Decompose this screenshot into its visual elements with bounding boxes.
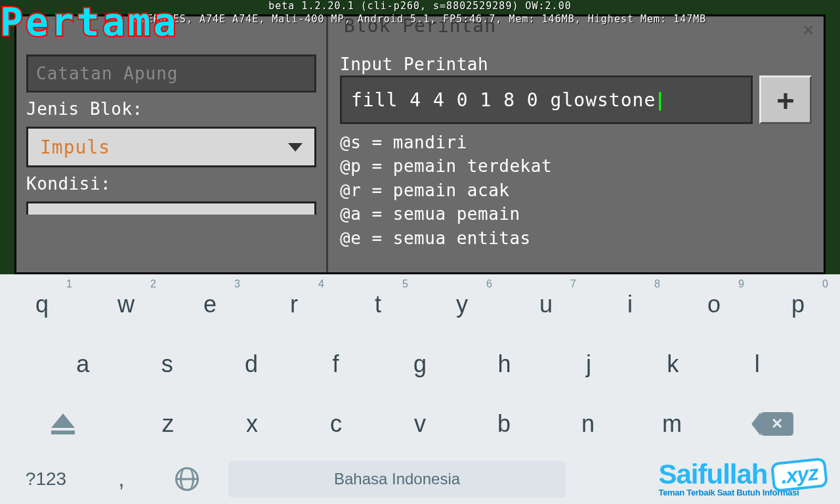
text-cursor: | xyxy=(654,89,666,111)
watermark: Saifullah .xyz Teman Terbaik Saat Butuh … xyxy=(658,459,827,497)
overlay-label: Pertama xyxy=(0,0,178,45)
block-type-value: Impuls xyxy=(40,136,110,158)
key-f[interactable]: f xyxy=(293,334,377,394)
globe-icon xyxy=(175,467,199,491)
block-type-label: Jenis Blok: xyxy=(26,99,316,119)
block-type-dropdown[interactable]: Impuls xyxy=(26,127,316,167)
key-n[interactable]: n xyxy=(546,394,630,454)
right-column: Input Perintah fill 4 4 0 1 8 0 glowston… xyxy=(328,16,824,272)
key-y[interactable]: 6y xyxy=(420,274,504,334)
backspace-key[interactable]: ✕ xyxy=(714,394,840,454)
add-button[interactable]: + xyxy=(759,75,812,124)
key-q[interactable]: 1q xyxy=(0,274,84,334)
left-column: Catatan Apung Jenis Blok: Impuls Kondisi… xyxy=(16,16,328,272)
key-i[interactable]: 8i xyxy=(588,274,672,334)
key-z[interactable]: z xyxy=(126,394,210,454)
shift-icon xyxy=(51,413,75,434)
selector-hints: @s = mandiri @p = pemain terdekat @r = p… xyxy=(340,131,812,250)
key-u[interactable]: 7u xyxy=(504,274,588,334)
chevron-down-icon xyxy=(288,143,303,152)
shift-key[interactable] xyxy=(0,394,126,454)
key-g[interactable]: g xyxy=(378,334,462,394)
command-input-label: Input Perintah xyxy=(340,54,812,74)
key-d[interactable]: d xyxy=(209,334,293,394)
kb-row-1: 1q2w3e4r5t6y7u8i9o0p xyxy=(0,274,840,334)
key-r[interactable]: 4r xyxy=(252,274,336,334)
key-k[interactable]: k xyxy=(631,334,715,394)
hover-note-input[interactable]: Catatan Apung xyxy=(26,54,316,93)
key-v[interactable]: v xyxy=(378,394,462,454)
key-p[interactable]: 0p xyxy=(756,274,840,334)
command-block-panel: Blok Perintah × Catatan Apung Jenis Blok… xyxy=(14,14,826,274)
backspace-icon: ✕ xyxy=(761,412,793,436)
key-s[interactable]: s xyxy=(125,334,209,394)
symbols-key[interactable]: ?123 xyxy=(0,454,92,504)
key-e[interactable]: 3e xyxy=(168,274,252,334)
condition-dropdown[interactable] xyxy=(26,201,316,215)
key-h[interactable]: h xyxy=(462,334,546,394)
key-l[interactable]: l xyxy=(715,334,799,394)
key-x[interactable]: x xyxy=(210,394,294,454)
key-j[interactable]: j xyxy=(547,334,631,394)
key-t[interactable]: 5t xyxy=(336,274,420,334)
key-m[interactable]: m xyxy=(630,394,714,454)
key-c[interactable]: c xyxy=(294,394,378,454)
key-b[interactable]: b xyxy=(462,394,546,454)
key-w[interactable]: 2w xyxy=(84,274,168,334)
kb-row-3: zxcvbnm ✕ xyxy=(0,394,840,454)
condition-label: Kondisi: xyxy=(26,174,316,194)
language-key[interactable] xyxy=(151,454,223,504)
spacebar[interactable]: Bahasa Indonesia xyxy=(228,461,566,497)
comma-key[interactable]: , xyxy=(92,454,151,504)
key-o[interactable]: 9o xyxy=(672,274,756,334)
command-input[interactable]: fill 4 4 0 1 8 0 glowstone| xyxy=(340,75,753,124)
key-a[interactable]: a xyxy=(41,334,125,394)
kb-row-2: asdfghjkl xyxy=(0,334,840,394)
